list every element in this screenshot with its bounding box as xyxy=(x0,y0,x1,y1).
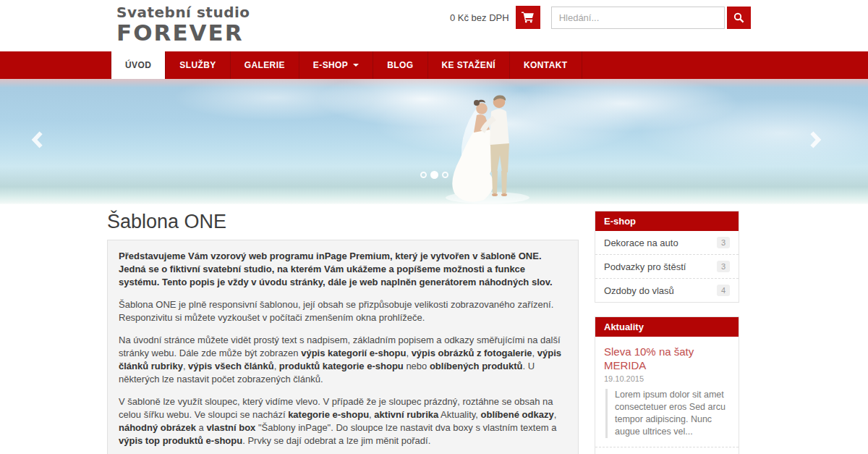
search-input[interactable] xyxy=(551,7,725,29)
nav-item-uvod[interactable]: ÚVOD xyxy=(111,51,166,79)
chevron-down-icon xyxy=(353,64,359,67)
carousel-next-button[interactable] xyxy=(809,131,822,148)
nav-list: ÚVOD SLUŽBY GALERIE E-SHOP BLOG KE STAŽE… xyxy=(111,51,868,79)
nav-item-sluzby[interactable]: SLUŽBY xyxy=(166,51,230,79)
nav-item-eshop[interactable]: E-SHOP xyxy=(299,51,373,79)
count-badge: 4 xyxy=(717,285,730,296)
sidebar: E-shop Dekorace na auto 3 Podvazky pro š… xyxy=(595,211,739,454)
nav-item-galerie[interactable]: GALERIE xyxy=(231,51,299,79)
cart-total: 0 Kč bez DPH xyxy=(450,12,509,23)
magnifier-icon xyxy=(733,12,744,23)
news-item: Nový web svatebního studia Forever 19.10… xyxy=(595,447,739,454)
page-title: Šablona ONE xyxy=(107,211,226,233)
site-logo[interactable]: Svatební studio FOREVER xyxy=(116,5,250,44)
carousel-dot-1[interactable] xyxy=(420,172,427,178)
main-navigation: ÚVOD SLUŽBY GALERIE E-SHOP BLOG KE STAŽE… xyxy=(0,51,868,79)
eshop-box-title: E-shop xyxy=(595,211,739,231)
header: Svatební studio FOREVER 0 Kč bez DPH xyxy=(0,0,868,51)
content-paragraph: V šabloně lze využít sloupec, který vidí… xyxy=(119,395,567,447)
carousel-dot-2-active[interactable] xyxy=(430,171,438,179)
page: Svatební studio FOREVER 0 Kč bez DPH xyxy=(0,0,868,454)
eshop-category-ozdoby-do-vlasu[interactable]: Ozdoby do vlasů 4 xyxy=(595,279,739,302)
chevron-left-icon xyxy=(31,131,43,148)
eshop-category-label: Dekorace na auto xyxy=(604,237,678,248)
news-item: Sleva 10% na šaty MERIDA 19.10.2015 Lore… xyxy=(595,337,739,447)
nav-item-ke-stazeni[interactable]: KE STAŽENÍ xyxy=(428,51,510,79)
count-badge: 3 xyxy=(717,237,730,248)
news-date: 19.10.2015 xyxy=(604,374,730,383)
carousel-prev-button[interactable] xyxy=(31,131,43,148)
eshop-category-label: Ozdoby do vlasů xyxy=(604,285,674,296)
eshop-category-dekorace-na-auto[interactable]: Dekorace na auto 3 xyxy=(595,231,739,255)
header-right: 0 Kč bez DPH xyxy=(450,6,751,29)
news-box-title: Aktuality xyxy=(595,317,739,337)
news-excerpt: Lorem ipsum dolor sit amet consectetuer … xyxy=(605,389,730,438)
logo-line1: Svatební studio xyxy=(116,5,250,20)
nav-item-blog[interactable]: BLOG xyxy=(373,51,427,79)
carousel-dots xyxy=(0,171,868,179)
logo-line2: FOREVER xyxy=(116,22,250,44)
nav-item-eshop-label: E-SHOP xyxy=(313,60,348,70)
chevron-right-icon xyxy=(809,131,822,148)
news-link-sleva-10[interactable]: Sleva 10% na šaty MERIDA xyxy=(604,345,730,372)
content-paragraph: Představujeme Vám vzorový web programu i… xyxy=(119,250,567,289)
nav-item-kontakt[interactable]: KONTAKT xyxy=(510,51,582,79)
shopping-cart-icon xyxy=(522,12,534,23)
content-panel: Představujeme Vám vzorový web programu i… xyxy=(107,240,579,454)
count-badge: 3 xyxy=(717,261,730,272)
content-paragraph: Šablona ONE je plně responsivní šablonou… xyxy=(119,298,567,324)
eshop-category-label: Podvazky pro štěstí xyxy=(604,261,686,272)
cart-button[interactable] xyxy=(516,6,540,29)
news-box: Aktuality Sleva 10% na šaty MERIDA 19.10… xyxy=(595,316,739,454)
content-paragraph: Na úvodní stránce můžete vidět prostý te… xyxy=(119,334,567,386)
search-button[interactable] xyxy=(727,7,751,29)
eshop-box: E-shop Dekorace na auto 3 Podvazky pro š… xyxy=(595,211,739,303)
hero-slide-image xyxy=(438,88,540,204)
carousel-dot-3[interactable] xyxy=(442,172,448,178)
hero-carousel xyxy=(0,79,868,204)
eshop-category-podvazky-pro-stesti[interactable]: Podvazky pro štěstí 3 xyxy=(595,255,739,279)
